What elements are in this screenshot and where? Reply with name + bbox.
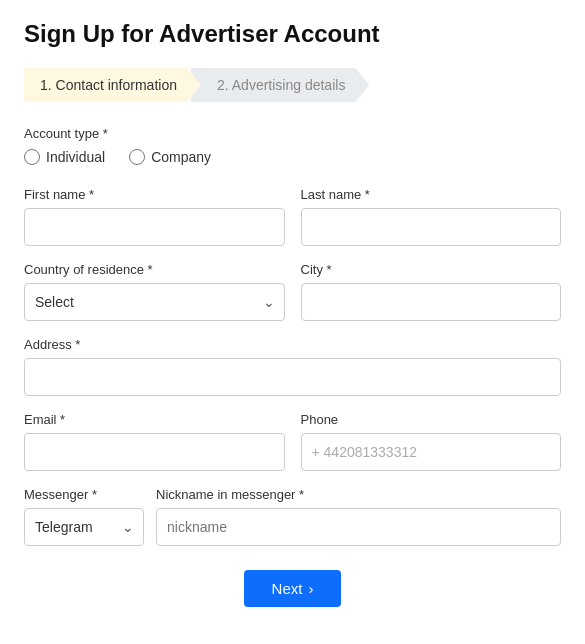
- email-phone-row: Email * Phone: [24, 412, 561, 471]
- next-arrow-icon: ›: [308, 580, 313, 597]
- address-input[interactable]: [24, 358, 561, 396]
- account-type-radio-group: Individual Company: [24, 149, 561, 171]
- step-2-label: 2. Advertising details: [217, 77, 345, 93]
- phone-label: Phone: [301, 412, 562, 427]
- account-type-label: Account type *: [24, 126, 561, 141]
- phone-group: Phone: [301, 412, 562, 471]
- country-city-row: Country of residence * Select United Sta…: [24, 262, 561, 321]
- page-title: Sign Up for Advertiser Account: [24, 20, 561, 48]
- next-button-label: Next: [272, 580, 303, 597]
- button-row: Next ›: [24, 570, 561, 623]
- radio-company[interactable]: [129, 149, 145, 165]
- nickname-group: Nickname in messenger *: [156, 487, 561, 546]
- stepper: 1. Contact information 2. Advertising de…: [24, 68, 561, 102]
- radio-individual-text: Individual: [46, 149, 105, 165]
- city-label: City *: [301, 262, 562, 277]
- messenger-row: Messenger * Telegram WhatsApp Signal Vib…: [24, 487, 561, 546]
- country-group: Country of residence * Select United Sta…: [24, 262, 285, 321]
- contact-form: Account type * Individual Company First …: [24, 126, 561, 546]
- country-select[interactable]: Select United States United Kingdom Germ…: [24, 283, 285, 321]
- account-type-group: Account type * Individual Company: [24, 126, 561, 171]
- radio-company-text: Company: [151, 149, 211, 165]
- city-input[interactable]: [301, 283, 562, 321]
- email-label: Email *: [24, 412, 285, 427]
- radio-individual-label[interactable]: Individual: [24, 149, 105, 165]
- first-name-input[interactable]: [24, 208, 285, 246]
- messenger-label: Messenger *: [24, 487, 144, 502]
- radio-company-label[interactable]: Company: [129, 149, 211, 165]
- step-2: 2. Advertising details: [191, 68, 369, 102]
- name-row: First name * Last name *: [24, 187, 561, 246]
- nickname-label: Nickname in messenger *: [156, 487, 561, 502]
- first-name-group: First name *: [24, 187, 285, 246]
- next-button[interactable]: Next ›: [244, 570, 342, 607]
- last-name-label: Last name *: [301, 187, 562, 202]
- address-group: Address *: [24, 337, 561, 396]
- email-input[interactable]: [24, 433, 285, 471]
- messenger-group: Messenger * Telegram WhatsApp Signal Vib…: [24, 487, 561, 546]
- phone-input[interactable]: [301, 433, 562, 471]
- step-1: 1. Contact information: [24, 68, 201, 102]
- last-name-group: Last name *: [301, 187, 562, 246]
- email-group: Email *: [24, 412, 285, 471]
- messenger-select-group: Messenger * Telegram WhatsApp Signal Vib…: [24, 487, 144, 546]
- messenger-select-wrapper: Telegram WhatsApp Signal Viber ⌄: [24, 508, 144, 546]
- messenger-select[interactable]: Telegram WhatsApp Signal Viber: [24, 508, 144, 546]
- radio-individual[interactable]: [24, 149, 40, 165]
- city-group: City *: [301, 262, 562, 321]
- first-name-label: First name *: [24, 187, 285, 202]
- last-name-input[interactable]: [301, 208, 562, 246]
- address-label: Address *: [24, 337, 561, 352]
- nickname-input[interactable]: [156, 508, 561, 546]
- step-1-label: 1. Contact information: [40, 77, 177, 93]
- country-select-wrapper: Select United States United Kingdom Germ…: [24, 283, 285, 321]
- country-label: Country of residence *: [24, 262, 285, 277]
